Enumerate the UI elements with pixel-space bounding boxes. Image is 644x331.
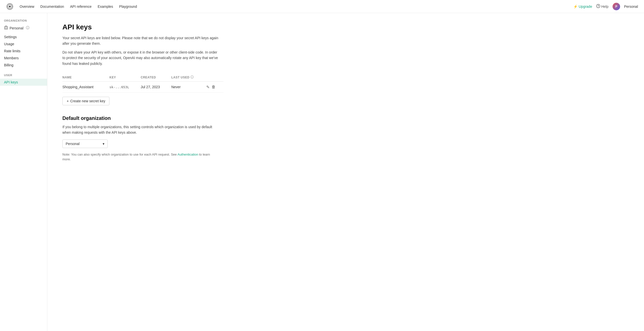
page-title: API keys xyxy=(62,23,629,31)
description-2: Do not share your API key with others, o… xyxy=(62,50,218,66)
nav-examples[interactable]: Examples xyxy=(98,5,113,9)
description-1: Your secret API keys are listed below. P… xyxy=(62,35,218,46)
sidebar-personal-row: Personal i xyxy=(0,24,47,33)
building-icon xyxy=(4,26,8,30)
note-text: Note: You can also specify which organiz… xyxy=(62,152,213,162)
nav-playground[interactable]: Playground xyxy=(119,5,137,9)
chevron-down-icon: ▾ xyxy=(103,142,104,146)
sidebar-item-settings[interactable]: Settings xyxy=(0,33,47,40)
svg-point-0 xyxy=(9,6,11,8)
col-created: CREATED xyxy=(141,73,171,82)
svg-rect-5 xyxy=(6,28,7,28)
sidebar-personal-name: Personal xyxy=(10,26,23,30)
nav-documentation[interactable]: Documentation xyxy=(40,5,64,9)
org-section-label: ORGANIZATION xyxy=(0,19,47,24)
org-select-dropdown[interactable]: Personal ▾ xyxy=(62,139,108,148)
nav-overview[interactable]: Overview xyxy=(20,5,34,9)
avatar[interactable]: P xyxy=(613,3,620,10)
edit-key-icon[interactable]: ✎ xyxy=(206,85,210,89)
key-name: Shopping_Assistant xyxy=(62,81,109,92)
topnav-right: ⚡ Upgrade ? Help P Personal xyxy=(573,3,638,10)
nav-api-reference[interactable]: API reference xyxy=(70,5,92,9)
topnav-links: Overview Documentation API reference Exa… xyxy=(20,5,573,9)
svg-rect-3 xyxy=(5,27,8,29)
openai-logo xyxy=(6,3,14,10)
last-used-info-icon: i xyxy=(190,75,194,79)
api-keys-table: NAME KEY CREATED LAST USED i xyxy=(62,73,223,93)
help-label: Help xyxy=(601,5,609,9)
col-last-used: LAST USED i xyxy=(171,73,207,82)
create-secret-key-button[interactable]: + Create new secret key xyxy=(62,97,109,105)
svg-text:?: ? xyxy=(597,5,599,8)
key-last-used: Never xyxy=(171,81,207,92)
sidebar-item-usage[interactable]: Usage xyxy=(0,40,47,48)
key-value: sk-...653L xyxy=(109,81,141,92)
delete-key-icon[interactable]: 🗑 xyxy=(212,85,216,89)
layout: ORGANIZATION Personal i Settings Usage R… xyxy=(0,13,644,331)
col-key: KEY xyxy=(109,73,141,82)
col-name: NAME xyxy=(62,73,109,82)
user-section: USER API keys xyxy=(0,74,47,86)
plus-icon: + xyxy=(67,99,69,103)
upgrade-button[interactable]: ⚡ Upgrade xyxy=(573,5,592,9)
key-created: Jul 27, 2023 xyxy=(141,81,171,92)
key-actions: ✎ 🗑 xyxy=(206,81,223,92)
sidebar-item-api-keys[interactable]: API keys xyxy=(0,79,47,86)
svg-text:i: i xyxy=(27,27,28,29)
upgrade-icon: ⚡ xyxy=(573,5,578,9)
personal-label[interactable]: Personal xyxy=(624,5,638,9)
topnav: Overview Documentation API reference Exa… xyxy=(0,0,644,13)
col-actions xyxy=(206,73,223,82)
create-key-label: Create new secret key xyxy=(70,99,105,103)
sidebar-item-members[interactable]: Members xyxy=(0,55,47,62)
default-org-desc: If you belong to multiple organizations,… xyxy=(62,124,213,135)
user-section-label: USER xyxy=(0,74,47,79)
svg-text:i: i xyxy=(192,76,192,78)
personal-info-icon: i xyxy=(26,26,29,30)
svg-rect-4 xyxy=(5,28,6,28)
default-org-title: Default organization xyxy=(62,115,629,121)
sidebar-item-rate-limits[interactable]: Rate limits xyxy=(0,48,47,55)
sidebar: ORGANIZATION Personal i Settings Usage R… xyxy=(0,13,47,331)
help-icon: ? xyxy=(596,4,600,9)
table-row: Shopping_Assistant sk-...653L Jul 27, 20… xyxy=(62,81,223,92)
main-content: API keys Your secret API keys are listed… xyxy=(47,13,644,331)
org-select-value: Personal xyxy=(66,142,79,146)
sidebar-item-billing[interactable]: Billing xyxy=(0,62,47,69)
help-button[interactable]: ? Help xyxy=(596,4,609,9)
authentication-link[interactable]: Authentication xyxy=(177,153,198,156)
